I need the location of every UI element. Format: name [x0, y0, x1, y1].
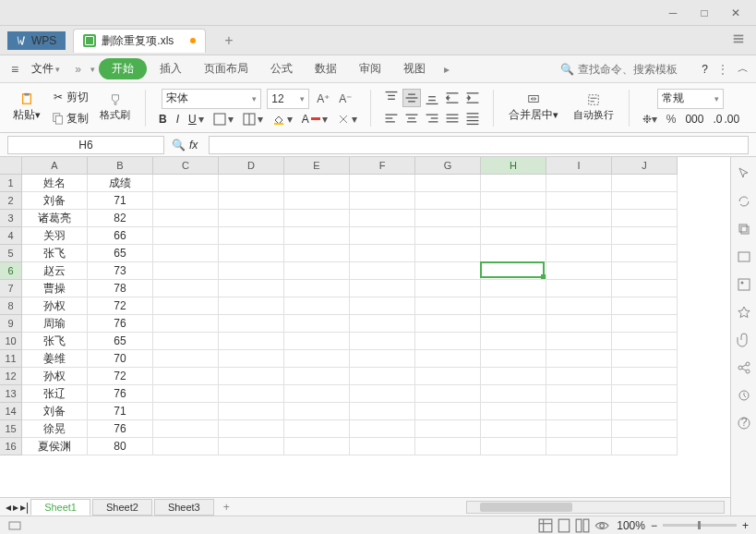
cell[interactable]: 76 — [88, 420, 153, 438]
cell[interactable] — [153, 420, 219, 438]
percent-button[interactable]: % — [665, 111, 678, 127]
zoom-in[interactable]: + — [742, 519, 749, 532]
clip-icon[interactable] — [737, 333, 751, 347]
bold-button[interactable]: B — [157, 111, 169, 127]
cell[interactable] — [284, 438, 350, 455]
cell[interactable] — [481, 175, 546, 192]
cell[interactable] — [350, 192, 415, 210]
cell[interactable]: 80 — [88, 438, 153, 455]
cell[interactable]: 76 — [88, 385, 153, 403]
backup-icon[interactable] — [737, 388, 751, 403]
add-sheet-button[interactable]: + — [216, 499, 237, 516]
font-name-select[interactable]: 宋体▾ — [162, 89, 261, 109]
row-header[interactable]: 11 — [0, 350, 22, 368]
cell[interactable]: 曹操 — [22, 280, 88, 297]
cell[interactable] — [481, 227, 546, 245]
cell[interactable] — [284, 245, 350, 262]
indent-increase[interactable] — [463, 89, 482, 107]
cell[interactable] — [219, 227, 284, 245]
decrease-font-button[interactable]: A⁻ — [337, 91, 354, 107]
cell[interactable] — [284, 192, 350, 210]
cell[interactable]: 65 — [88, 333, 153, 350]
view-break[interactable] — [574, 518, 591, 533]
cell[interactable]: 姜维 — [22, 350, 88, 368]
cell[interactable] — [153, 333, 219, 350]
cell[interactable] — [546, 420, 612, 438]
cell-reference-box[interactable]: H6 — [7, 136, 164, 154]
cell[interactable] — [219, 245, 284, 262]
cell[interactable] — [481, 368, 546, 385]
indent-decrease[interactable] — [443, 89, 462, 107]
row-header[interactable]: 8 — [0, 297, 22, 315]
cell[interactable]: 成绩 — [88, 175, 153, 192]
cell[interactable] — [546, 245, 612, 262]
cell[interactable] — [219, 385, 284, 403]
cell[interactable] — [612, 350, 678, 368]
cell[interactable] — [546, 385, 612, 403]
cell[interactable] — [153, 210, 219, 227]
cell[interactable] — [350, 210, 415, 227]
cell[interactable]: 76 — [88, 315, 153, 333]
cell[interactable] — [153, 245, 219, 262]
more-left[interactable]: » — [69, 63, 87, 76]
maximize-button[interactable]: □ — [690, 4, 719, 22]
cell[interactable] — [153, 385, 219, 403]
cell[interactable] — [612, 333, 678, 350]
cell[interactable] — [284, 403, 350, 420]
cell[interactable] — [546, 438, 612, 455]
cell[interactable] — [350, 368, 415, 385]
spreadsheet-grid[interactable]: ABCDEFGHIJ1姓名成绩2刘备713诸葛亮824关羽665张飞656赵云7… — [0, 157, 730, 497]
cell[interactable]: 72 — [88, 368, 153, 385]
cell[interactable] — [284, 297, 350, 315]
merge-center-button[interactable]: 合并居中▾ — [505, 91, 562, 125]
cell[interactable] — [415, 420, 481, 438]
cell[interactable] — [219, 280, 284, 297]
more-menu[interactable]: ⋮ — [712, 63, 734, 76]
tab-start[interactable]: 开始 — [99, 58, 147, 79]
cell[interactable] — [415, 280, 481, 297]
fx-search-icon[interactable]: 🔍 — [172, 139, 186, 152]
cell[interactable] — [415, 245, 481, 262]
cell[interactable] — [546, 175, 612, 192]
cell[interactable] — [546, 192, 612, 210]
cell[interactable] — [153, 262, 219, 280]
more-right[interactable]: ▸ — [438, 63, 455, 76]
cell[interactable] — [350, 175, 415, 192]
column-header[interactable]: B — [88, 157, 153, 175]
cell[interactable] — [350, 280, 415, 297]
cell[interactable]: 刘备 — [22, 192, 88, 210]
cell[interactable] — [153, 403, 219, 420]
wps-logo[interactable]: WPS — [7, 31, 66, 50]
cell[interactable] — [546, 210, 612, 227]
cell[interactable]: 孙权 — [22, 368, 88, 385]
cut-button[interactable]: ✂剪切 — [50, 88, 90, 107]
cell[interactable] — [415, 438, 481, 455]
tab-data[interactable]: 数据 — [306, 57, 346, 80]
row-header[interactable]: 6 — [0, 262, 22, 280]
row-header[interactable]: 1 — [0, 175, 22, 192]
gallery-icon[interactable] — [737, 277, 751, 292]
cell[interactable] — [350, 385, 415, 403]
cell[interactable] — [415, 227, 481, 245]
increase-decimal-button[interactable]: .0.00 — [711, 111, 741, 127]
document-tab[interactable]: 删除重复项.xls — [73, 29, 206, 53]
cell-style-button[interactable]: ▾ — [241, 111, 265, 127]
minimize-button[interactable]: ─ — [658, 4, 688, 22]
cell[interactable] — [612, 385, 678, 403]
align-left[interactable] — [382, 109, 401, 127]
new-tab-button[interactable]: + — [217, 29, 240, 53]
cell[interactable] — [481, 403, 546, 420]
cell[interactable] — [415, 368, 481, 385]
fx-label[interactable]: fx — [189, 139, 198, 152]
cell[interactable] — [284, 385, 350, 403]
wrap-text-button[interactable]: 自动换行 — [570, 91, 618, 124]
cell[interactable] — [612, 210, 678, 227]
cell[interactable] — [350, 350, 415, 368]
cell[interactable] — [546, 403, 612, 420]
cell[interactable] — [612, 245, 678, 262]
cell[interactable] — [612, 438, 678, 455]
cell[interactable] — [612, 368, 678, 385]
align-middle[interactable] — [402, 89, 421, 107]
cell[interactable] — [284, 368, 350, 385]
star-icon[interactable] — [737, 305, 751, 320]
